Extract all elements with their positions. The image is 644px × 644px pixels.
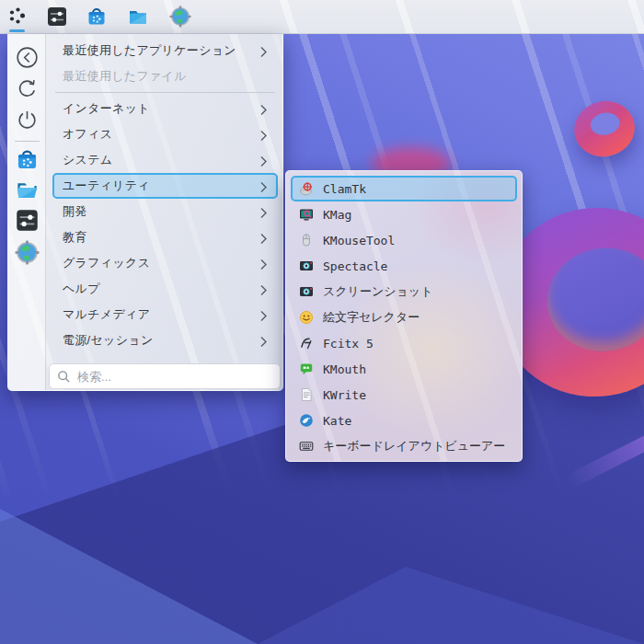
chevron-right-icon [259, 206, 268, 218]
app-label: KWrite [323, 388, 366, 402]
chevron-right-icon [259, 232, 268, 244]
category-label: グラフィックス [63, 255, 259, 271]
system-globe-icon[interactable] [15, 240, 40, 265]
category-label: 最近使用したファイル [63, 68, 268, 85]
app-item-emoji-selector[interactable]: 絵文字セレクター [291, 305, 517, 330]
chevron-right-icon [259, 129, 268, 141]
file-manager-icon[interactable] [127, 6, 149, 28]
category-multimedia[interactable]: マルチメディア [52, 302, 278, 328]
active-task-underline [9, 29, 25, 32]
refresh-icon[interactable] [15, 76, 40, 101]
app-label: キーボードレイアウトビューアー [323, 438, 505, 454]
discover-icon[interactable] [15, 147, 40, 172]
chevron-right-icon [259, 180, 268, 192]
app-item-clamtk[interactable]: ClamTk [291, 176, 517, 201]
shutdown-icon[interactable] [15, 108, 40, 132]
emoji-icon [299, 310, 314, 325]
chevron-right-icon [259, 45, 268, 57]
category-education[interactable]: 教育 [52, 224, 278, 250]
category-label: インターネット [63, 100, 259, 117]
app-item-kate[interactable]: Kate [291, 408, 517, 433]
app-label: Fcitx 5 [323, 337, 374, 351]
app-label: Spectacle [323, 259, 387, 273]
app-item-fcitx5[interactable]: Fcitx 5 [291, 330, 517, 356]
application-launcher-menu: 最近使用したアプリケーション 最近使用したファイル インターネット オフィス シ… [7, 34, 283, 391]
kmousetool-icon [299, 233, 314, 247]
clamtk-icon [299, 181, 314, 196]
chevron-right-icon [259, 335, 268, 347]
screenshot-icon [299, 284, 314, 299]
go-back-icon[interactable] [15, 45, 40, 70]
app-item-spectacle[interactable]: Spectacle [291, 253, 517, 279]
chevron-right-icon [259, 309, 268, 321]
category-internet[interactable]: インターネット [52, 96, 278, 121]
search-field[interactable] [49, 363, 281, 389]
category-list: 最近使用したアプリケーション 最近使用したファイル インターネット オフィス シ… [47, 34, 283, 390]
app-item-kwrite[interactable]: KWrite [291, 382, 517, 408]
category-label: 教育 [63, 229, 259, 246]
category-development[interactable]: 開発 [52, 199, 278, 224]
category-graphics[interactable]: グラフィックス [52, 250, 278, 276]
search-input[interactable] [77, 370, 272, 384]
system-settings-icon[interactable] [46, 6, 68, 28]
fcitx-icon [299, 336, 314, 351]
top-panel [0, 0, 644, 34]
file-manager-icon[interactable] [15, 178, 40, 202]
app-item-kmouth[interactable]: KMouth [291, 356, 517, 382]
category-label: 最近使用したアプリケーション [63, 42, 259, 59]
category-label: 電源/セッション [63, 332, 259, 349]
category-label: 開発 [63, 203, 259, 220]
chevron-right-icon [259, 283, 268, 295]
category-system[interactable]: システム [52, 147, 278, 173]
category-label: ユーティリティ [63, 178, 259, 194]
category-office[interactable]: オフィス [52, 121, 278, 147]
keyboard-icon [299, 439, 314, 454]
app-item-screenshot[interactable]: スクリーンショット [291, 279, 517, 305]
spectacle-icon [299, 259, 314, 273]
category-label: ヘルプ [63, 281, 259, 297]
app-item-kmousetool[interactable]: KMouseTool [291, 227, 517, 253]
launcher-sidebar [8, 34, 46, 390]
app-label: KMag [323, 208, 351, 222]
sidebar-separator [15, 141, 40, 142]
app-label: 絵文字セレクター [323, 309, 420, 326]
app-item-keyboard-layout-viewer[interactable]: キーボードレイアウトビューアー [291, 433, 517, 459]
chevron-right-icon [259, 155, 268, 167]
discover-icon[interactable] [86, 6, 108, 28]
kmag-icon [299, 207, 314, 222]
app-label: ClamTk [323, 182, 366, 196]
kate-icon [299, 413, 314, 428]
utilities-submenu: ClamTk KMag KM [285, 170, 523, 462]
category-label: オフィス [63, 126, 259, 143]
desktop: 最近使用したアプリケーション 最近使用したファイル インターネット オフィス シ… [0, 0, 644, 644]
category-recent-files: 最近使用したファイル [52, 63, 278, 89]
chevron-right-icon [259, 258, 268, 270]
kmouth-icon [299, 362, 314, 376]
system-globe-icon[interactable] [169, 6, 191, 28]
category-utilities[interactable]: ユーティリティ [52, 173, 278, 199]
menu-separator [47, 89, 283, 96]
category-help[interactable]: ヘルプ [52, 276, 278, 302]
app-launcher-icon[interactable] [7, 6, 29, 28]
search-icon [57, 370, 71, 384]
category-recent-apps[interactable]: 最近使用したアプリケーション [52, 38, 278, 63]
category-label: システム [63, 152, 259, 168]
category-label: マルチメディア [63, 306, 259, 323]
app-label: KMouth [323, 362, 366, 376]
kwrite-icon [299, 387, 314, 402]
app-label: KMouseTool [323, 234, 395, 247]
system-settings-icon[interactable] [15, 208, 40, 233]
app-label: スクリーンショット [323, 283, 432, 300]
category-power-session[interactable]: 電源/セッション [52, 328, 278, 353]
app-item-kmag[interactable]: KMag [291, 201, 517, 227]
chevron-right-icon [259, 103, 268, 115]
app-label: Kate [323, 414, 351, 428]
